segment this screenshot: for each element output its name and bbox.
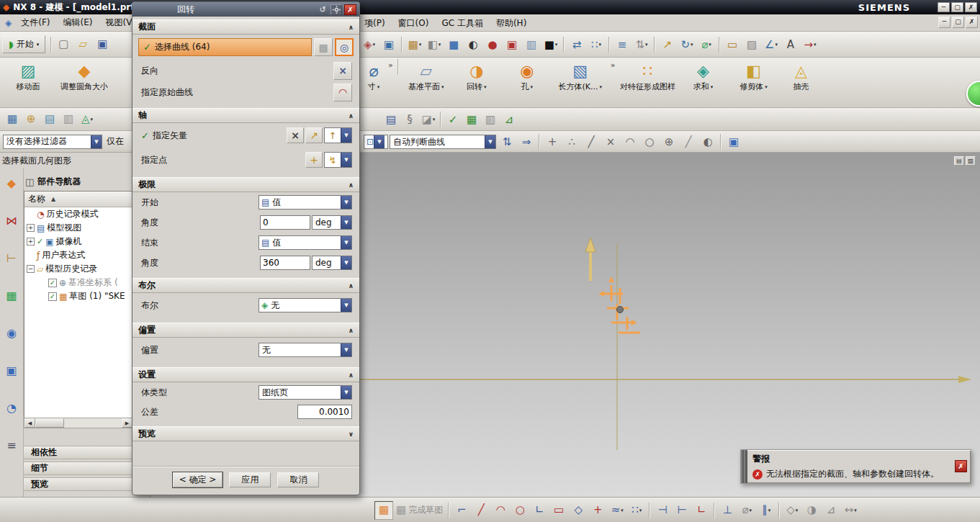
chevron-down-icon[interactable]: ▾ bbox=[441, 84, 444, 90]
details-bar[interactable]: 细节 bbox=[24, 462, 150, 475]
datum-plane-button[interactable]: ▱基准平面▾ bbox=[401, 59, 451, 104]
dropdown-arrow-icon[interactable]: ▼ bbox=[341, 216, 351, 229]
dropdown-arrow-icon[interactable]: ▼ bbox=[341, 128, 351, 143]
collapse-chevron-icon[interactable]: ∧ bbox=[349, 112, 354, 120]
continuous-auto-dim-icon[interactable]: ↔▾ bbox=[841, 501, 860, 520]
snap-toggle-icon[interactable]: ⇅ bbox=[498, 132, 516, 151]
chevron-down-icon[interactable]: ▾ bbox=[599, 42, 602, 48]
red-sphere-icon[interactable]: ● bbox=[483, 35, 502, 54]
snap-arc-center-icon[interactable]: ◠ bbox=[621, 132, 639, 151]
remove-vector-icon[interactable]: × bbox=[287, 127, 304, 143]
dropdown-arrow-icon[interactable]: ▼ bbox=[341, 343, 351, 356]
hole-button[interactable]: ◉孔▾ bbox=[502, 59, 552, 104]
chevron-down-icon[interactable]: ▾ bbox=[854, 508, 857, 513]
measure-tool-icon[interactable]: ⌀▾ bbox=[697, 35, 716, 54]
unite-button[interactable]: ◈求和▾ bbox=[678, 59, 728, 104]
dialog-close-icon[interactable]: ✗ bbox=[344, 4, 356, 15]
layer-settings-icon[interactable]: ≡ bbox=[613, 35, 631, 54]
tree-item-cameras[interactable]: +✓▣摄像机 bbox=[24, 235, 132, 248]
point-type-combo[interactable]: ↯ ▼ bbox=[324, 152, 352, 168]
chevron-down-icon[interactable]: ▾ bbox=[775, 42, 778, 48]
tree-item-model-history[interactable]: −▱模型历史记录 bbox=[24, 262, 132, 276]
dialog-reset-icon[interactable]: ↺ bbox=[317, 4, 328, 15]
chevron-down-icon[interactable]: ▾ bbox=[814, 42, 817, 48]
sketch-active-icon[interactable]: ▦ bbox=[374, 501, 393, 520]
wand-tool-icon[interactable]: ↗ bbox=[658, 35, 677, 54]
internet-browser-icon[interactable]: ◉ bbox=[3, 324, 20, 341]
pattern-curve-icon[interactable]: ∷▾ bbox=[627, 501, 646, 520]
pattern-feature-button[interactable]: ∷对特征形成图样 bbox=[617, 59, 678, 104]
alert-grip-handle[interactable] bbox=[741, 450, 747, 483]
snapshot-icon[interactable]: ▣ bbox=[379, 35, 398, 54]
collapse-chevron-icon[interactable]: ∧ bbox=[349, 181, 354, 189]
dropdown-arrow-icon[interactable]: ▼ bbox=[485, 135, 495, 148]
revolve-button[interactable]: ◑回转▾ bbox=[451, 59, 502, 104]
chevron-down-icon[interactable]: ▾ bbox=[765, 84, 768, 90]
tree-expand-toggle[interactable]: − bbox=[27, 265, 35, 273]
overflow-chevron-icon[interactable]: » bbox=[388, 59, 393, 70]
dropdown-arrow-icon[interactable]: ▼ bbox=[341, 256, 351, 269]
shade-style-icon[interactable]: ◪▾ bbox=[419, 110, 438, 129]
make-corner-icon[interactable]: ∟ bbox=[692, 501, 711, 520]
view-in-layer-icon[interactable]: ⇅▾ bbox=[632, 35, 651, 54]
chevron-down-icon[interactable]: ▾ bbox=[691, 42, 693, 48]
part-navigator-tab-icon[interactable]: ▦ bbox=[3, 287, 20, 304]
move-face-button[interactable]: ▨移动面 bbox=[3, 59, 53, 104]
overflow-chevron-icon[interactable]: » bbox=[611, 59, 616, 70]
section-header-settings[interactable]: 设置 ∧ bbox=[132, 367, 359, 382]
dimension-button[interactable]: ⌀寸▾ bbox=[361, 59, 386, 104]
snap-point-icon[interactable]: + bbox=[543, 132, 562, 151]
tree-expand-toggle[interactable]: + bbox=[27, 238, 35, 246]
ruler-tool-icon[interactable]: ▭ bbox=[723, 35, 742, 54]
history-palette-icon[interactable]: ◔ bbox=[3, 399, 20, 416]
show-constraints-icon[interactable]: ∥▾ bbox=[757, 501, 776, 520]
chevron-down-icon[interactable]: ▾ bbox=[555, 42, 558, 48]
trim-body-button[interactable]: ◧修剪体▾ bbox=[728, 59, 778, 104]
resize-blend-button[interactable]: ◆调整圆角大小 bbox=[53, 59, 115, 104]
line-icon[interactable]: ╱ bbox=[472, 501, 490, 520]
tree-item-model-views[interactable]: +▤模型视图 bbox=[24, 221, 132, 235]
start-angle-input[interactable] bbox=[260, 215, 310, 230]
dropdown-arrow-icon[interactable]: ▼ bbox=[341, 153, 351, 167]
section-header-preview[interactable]: 预览 ∨ bbox=[132, 426, 359, 441]
cube-pair-icon[interactable]: ▥ bbox=[522, 35, 541, 54]
check-grid-icon[interactable]: ▦ bbox=[462, 110, 481, 129]
start-menu-button[interactable]: ◗ 开始 ▾ bbox=[2, 35, 45, 53]
chevron-down-icon[interactable]: ▾ bbox=[621, 508, 624, 513]
menu-edit[interactable]: 编辑(E) bbox=[57, 14, 99, 31]
black-swatch-icon[interactable]: ■▾ bbox=[541, 35, 560, 54]
boolean-combo[interactable]: ◈ 无 ▼ bbox=[259, 298, 352, 312]
dropdown-arrow-icon[interactable]: ▼ bbox=[341, 299, 351, 312]
apply-button[interactable]: 应用 bbox=[229, 472, 271, 487]
end-mode-combo[interactable]: ▤ 值 ▼ bbox=[259, 235, 352, 250]
tree-checkbox[interactable]: ✓ bbox=[48, 292, 57, 301]
tree-item-sketch-1[interactable]: ✓▦草图 (1) "SKE bbox=[24, 289, 132, 303]
refresh-tool-icon[interactable]: ↻▾ bbox=[678, 35, 696, 54]
view-orient-icon[interactable]: ◈▾ bbox=[360, 35, 379, 54]
snap-existing-icon[interactable]: ⊕ bbox=[660, 132, 678, 151]
dropdown-arrow-icon[interactable]: ▼ bbox=[374, 135, 385, 148]
circle-icon[interactable]: ○ bbox=[511, 501, 529, 520]
scroll-left-icon[interactable]: ◀ bbox=[24, 418, 35, 428]
offset-curve-icon[interactable]: ≈▾ bbox=[608, 501, 626, 520]
chevron-down-icon[interactable]: ▾ bbox=[373, 42, 376, 48]
fillet-icon[interactable]: ∟ bbox=[530, 501, 549, 520]
dialog-titlebar[interactable]: 回转 ↺ ✗ bbox=[132, 2, 359, 17]
section-header-limits[interactable]: 极限 ∧ bbox=[132, 177, 359, 192]
open-file-icon[interactable]: ▱ bbox=[73, 35, 92, 54]
scrollbar-thumb[interactable] bbox=[35, 418, 64, 428]
mdi-restore-button[interactable]: ▢ bbox=[952, 17, 964, 28]
curve-chain-icon[interactable]: ▩ bbox=[314, 38, 333, 56]
mdi-minimize-button[interactable]: ─ bbox=[938, 17, 950, 28]
chevron-down-icon[interactable]: ▾ bbox=[639, 508, 642, 513]
snap-quadrant-icon[interactable]: ○ bbox=[640, 132, 659, 151]
tree-item-user-expressions[interactable]: ƒ用户表达式 bbox=[24, 248, 132, 262]
finish-sketch-button[interactable]: ▦完成草图 bbox=[394, 501, 445, 520]
collapse-chevron-icon[interactable]: ∧ bbox=[349, 327, 354, 334]
start-angle-unit-combo[interactable]: deg ▼ bbox=[312, 215, 352, 230]
menu-gc-toolbox[interactable]: GC 工具箱 bbox=[435, 15, 490, 32]
notebook-icon[interactable]: ▤ bbox=[382, 110, 400, 129]
original-curve-icon[interactable]: ◠ bbox=[333, 84, 352, 102]
end-angle-unit-combo[interactable]: deg ▼ bbox=[312, 256, 352, 270]
menu-window[interactable]: 窗口(O) bbox=[392, 15, 436, 32]
